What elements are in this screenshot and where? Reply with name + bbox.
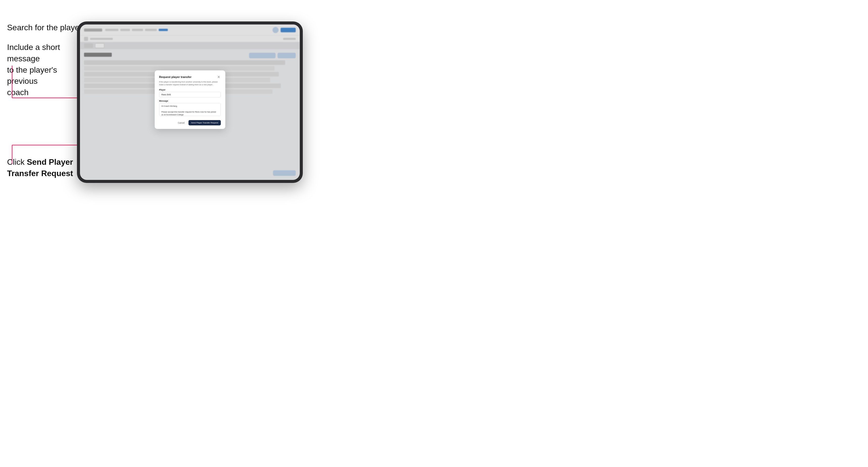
message-label: Message (159, 100, 221, 102)
modal-close-button[interactable]: ✕ (217, 75, 221, 79)
tablet-screen: Request player transfer ✕ If the player … (80, 25, 300, 180)
modal-title: Request player transfer (159, 75, 191, 79)
modal-overlay: Request player transfer ✕ If the player … (80, 25, 300, 180)
annotation-search: Search for the player. (7, 22, 84, 34)
player-input[interactable] (159, 92, 221, 97)
annotation-click: Click Send PlayerTransfer Request (7, 156, 73, 179)
modal-footer: Cancel Send Player Transfer Request (159, 120, 221, 125)
annotation-message: Include a short messageto the player's p… (7, 42, 75, 98)
modal-header: Request player transfer ✕ (159, 75, 221, 79)
send-transfer-request-button[interactable]: Send Player Transfer Request (188, 120, 220, 125)
player-label: Player (159, 89, 221, 91)
tablet-frame: Request player transfer ✕ If the player … (77, 22, 303, 183)
transfer-request-modal: Request player transfer ✕ If the player … (155, 70, 225, 129)
message-textarea[interactable]: Hi Coach McHarg, Please accept this tran… (159, 103, 221, 116)
cancel-button[interactable]: Cancel (176, 121, 186, 125)
modal-description: If the player is transferring from anoth… (159, 81, 221, 86)
